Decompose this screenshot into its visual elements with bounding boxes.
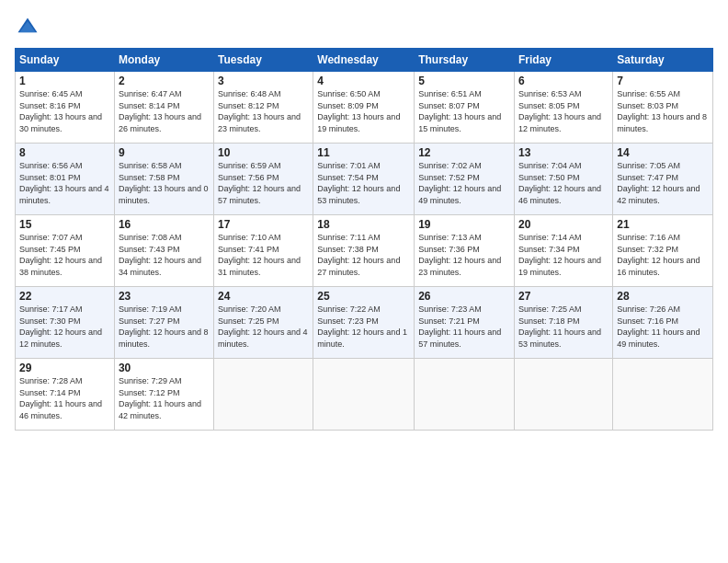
day-number: 24 (218, 290, 309, 303)
day-detail: Sunrise: 7:11 AMSunset: 7:38 PMDaylight:… (317, 233, 400, 277)
calendar-cell: 5 Sunrise: 6:51 AMSunset: 8:07 PMDayligh… (415, 72, 515, 144)
calendar-cell: 17 Sunrise: 7:10 AMSunset: 7:41 PMDaylig… (214, 215, 313, 287)
calendar-table: SundayMondayTuesdayWednesdayThursdayFrid… (15, 48, 713, 431)
calendar-cell: 4 Sunrise: 6:50 AMSunset: 8:09 PMDayligh… (313, 72, 415, 144)
calendar-cell: 2 Sunrise: 6:47 AMSunset: 8:14 PMDayligh… (114, 72, 213, 144)
day-number: 30 (119, 362, 210, 374)
week-row-1: 1 Sunrise: 6:45 AMSunset: 8:16 PMDayligh… (16, 72, 713, 144)
day-detail: Sunrise: 6:50 AMSunset: 8:09 PMDaylight:… (317, 89, 400, 133)
calendar-cell: 10 Sunrise: 6:59 AMSunset: 7:56 PMDaylig… (214, 144, 313, 215)
calendar-cell: 29 Sunrise: 7:28 AMSunset: 7:14 PMDaylig… (16, 359, 115, 431)
day-detail: Sunrise: 6:55 AMSunset: 8:03 PMDaylight:… (617, 89, 707, 133)
calendar-cell: 23 Sunrise: 7:19 AMSunset: 7:27 PMDaylig… (114, 287, 213, 359)
day-number: 12 (418, 146, 510, 159)
calendar-cell (515, 359, 613, 431)
col-header-sunday: Sunday (16, 49, 115, 72)
day-detail: Sunrise: 7:01 AMSunset: 7:54 PMDaylight:… (317, 161, 400, 205)
day-number: 1 (19, 75, 110, 87)
col-header-tuesday: Tuesday (214, 49, 313, 72)
calendar-cell: 16 Sunrise: 7:08 AMSunset: 7:43 PMDaylig… (114, 215, 213, 287)
calendar-cell: 6 Sunrise: 6:53 AMSunset: 8:05 PMDayligh… (515, 72, 613, 144)
day-number: 25 (317, 290, 410, 303)
calendar-cell (613, 359, 713, 431)
calendar-cell: 27 Sunrise: 7:25 AMSunset: 7:18 PMDaylig… (515, 287, 613, 359)
calendar-cell: 1 Sunrise: 6:45 AMSunset: 8:16 PMDayligh… (16, 72, 115, 144)
day-detail: Sunrise: 7:19 AMSunset: 7:27 PMDaylight:… (119, 304, 209, 349)
day-detail: Sunrise: 6:51 AMSunset: 8:07 PMDaylight:… (418, 89, 501, 133)
day-number: 26 (418, 290, 510, 303)
day-number: 13 (518, 146, 609, 159)
day-detail: Sunrise: 7:08 AMSunset: 7:43 PMDaylight:… (119, 233, 201, 277)
calendar-cell: 8 Sunrise: 6:56 AMSunset: 8:01 PMDayligh… (16, 144, 115, 215)
calendar-cell: 20 Sunrise: 7:14 AMSunset: 7:34 PMDaylig… (515, 215, 613, 287)
day-detail: Sunrise: 6:45 AMSunset: 8:16 PMDaylight:… (19, 89, 102, 133)
calendar-cell: 15 Sunrise: 7:07 AMSunset: 7:45 PMDaylig… (16, 215, 115, 287)
calendar-cell: 18 Sunrise: 7:11 AMSunset: 7:38 PMDaylig… (313, 215, 415, 287)
week-row-2: 8 Sunrise: 6:56 AMSunset: 8:01 PMDayligh… (16, 144, 713, 215)
calendar-cell: 26 Sunrise: 7:23 AMSunset: 7:21 PMDaylig… (415, 287, 515, 359)
calendar-cell: 19 Sunrise: 7:13 AMSunset: 7:36 PMDaylig… (415, 215, 515, 287)
week-row-3: 15 Sunrise: 7:07 AMSunset: 7:45 PMDaylig… (16, 215, 713, 287)
day-detail: Sunrise: 7:23 AMSunset: 7:21 PMDaylight:… (418, 304, 501, 349)
day-detail: Sunrise: 7:20 AMSunset: 7:25 PMDaylight:… (218, 304, 308, 349)
day-number: 4 (317, 75, 410, 87)
day-detail: Sunrise: 7:07 AMSunset: 7:45 PMDaylight:… (19, 233, 102, 277)
calendar-cell: 25 Sunrise: 7:22 AMSunset: 7:23 PMDaylig… (313, 287, 415, 359)
logo (15, 15, 44, 40)
day-detail: Sunrise: 6:53 AMSunset: 8:05 PMDaylight:… (518, 89, 601, 133)
day-detail: Sunrise: 6:59 AMSunset: 7:56 PMDaylight:… (218, 161, 301, 205)
day-detail: Sunrise: 7:16 AMSunset: 7:32 PMDaylight:… (617, 233, 700, 277)
day-number: 20 (518, 218, 609, 231)
day-detail: Sunrise: 7:28 AMSunset: 7:14 PMDaylight:… (19, 376, 102, 420)
week-row-4: 22 Sunrise: 7:17 AMSunset: 7:30 PMDaylig… (16, 287, 713, 359)
calendar-cell: 22 Sunrise: 7:17 AMSunset: 7:30 PMDaylig… (16, 287, 115, 359)
calendar-cell (415, 359, 515, 431)
day-detail: Sunrise: 7:25 AMSunset: 7:18 PMDaylight:… (518, 304, 601, 349)
col-header-thursday: Thursday (415, 49, 515, 72)
day-detail: Sunrise: 7:17 AMSunset: 7:30 PMDaylight:… (19, 304, 102, 349)
day-number: 15 (19, 218, 110, 231)
day-number: 9 (119, 146, 210, 159)
week-row-5: 29 Sunrise: 7:28 AMSunset: 7:14 PMDaylig… (16, 359, 713, 431)
day-number: 22 (19, 290, 110, 303)
day-number: 10 (218, 146, 309, 159)
calendar-cell: 13 Sunrise: 7:04 AMSunset: 7:50 PMDaylig… (515, 144, 613, 215)
day-number: 21 (617, 218, 709, 231)
logo-icon (15, 15, 40, 40)
day-number: 28 (617, 290, 709, 303)
day-detail: Sunrise: 7:10 AMSunset: 7:41 PMDaylight:… (218, 233, 301, 277)
day-detail: Sunrise: 7:26 AMSunset: 7:16 PMDaylight:… (617, 304, 700, 349)
calendar-cell: 24 Sunrise: 7:20 AMSunset: 7:25 PMDaylig… (214, 287, 313, 359)
day-number: 19 (418, 218, 510, 231)
day-number: 27 (518, 290, 609, 303)
day-detail: Sunrise: 6:48 AMSunset: 8:12 PMDaylight:… (218, 89, 301, 133)
day-detail: Sunrise: 7:02 AMSunset: 7:52 PMDaylight:… (418, 161, 501, 205)
day-number: 2 (119, 75, 210, 87)
calendar-cell: 12 Sunrise: 7:02 AMSunset: 7:52 PMDaylig… (415, 144, 515, 215)
calendar-cell (214, 359, 313, 431)
header (15, 15, 713, 40)
day-detail: Sunrise: 6:47 AMSunset: 8:14 PMDaylight:… (119, 89, 201, 133)
day-number: 17 (218, 218, 309, 231)
day-detail: Sunrise: 6:58 AMSunset: 7:58 PMDaylight:… (119, 161, 209, 205)
page: SundayMondayTuesdayWednesdayThursdayFrid… (0, 0, 728, 563)
col-header-friday: Friday (515, 49, 613, 72)
calendar-cell: 14 Sunrise: 7:05 AMSunset: 7:47 PMDaylig… (613, 144, 713, 215)
day-number: 16 (119, 218, 210, 231)
calendar-cell: 3 Sunrise: 6:48 AMSunset: 8:12 PMDayligh… (214, 72, 313, 144)
day-number: 8 (19, 146, 110, 159)
calendar-cell: 30 Sunrise: 7:29 AMSunset: 7:12 PMDaylig… (114, 359, 213, 431)
day-number: 6 (518, 75, 609, 87)
col-header-saturday: Saturday (613, 49, 713, 72)
col-header-monday: Monday (114, 49, 213, 72)
day-detail: Sunrise: 7:22 AMSunset: 7:23 PMDaylight:… (317, 304, 407, 349)
day-number: 5 (418, 75, 510, 87)
day-detail: Sunrise: 7:29 AMSunset: 7:12 PMDaylight:… (119, 376, 201, 420)
day-number: 14 (617, 146, 709, 159)
day-detail: Sunrise: 6:56 AMSunset: 8:01 PMDaylight:… (19, 161, 109, 205)
calendar-cell: 7 Sunrise: 6:55 AMSunset: 8:03 PMDayligh… (613, 72, 713, 144)
calendar-cell: 11 Sunrise: 7:01 AMSunset: 7:54 PMDaylig… (313, 144, 415, 215)
day-number: 23 (119, 290, 210, 303)
calendar-cell: 28 Sunrise: 7:26 AMSunset: 7:16 PMDaylig… (613, 287, 713, 359)
col-header-wednesday: Wednesday (313, 49, 415, 72)
